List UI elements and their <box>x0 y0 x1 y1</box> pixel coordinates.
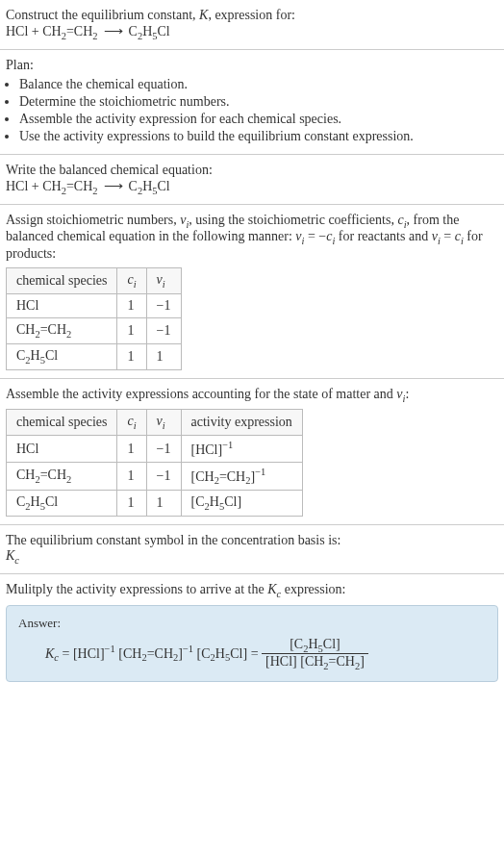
th-ci-i: i <box>134 279 137 290</box>
cell-activity: [CH2=CH2]−1 <box>181 462 302 490</box>
ans-e1: −1 <box>105 644 115 654</box>
assign-section: Assign stoichiometric numbers, νi, using… <box>0 205 504 379</box>
fn-c: C <box>294 637 303 651</box>
plan-item: Use the activity expressions to build th… <box>19 129 498 144</box>
header-section: Construct the equilibrium constant, K, e… <box>0 0 504 50</box>
cell-species: C2H5Cl <box>7 491 117 517</box>
ans-eq2: = <box>247 645 262 660</box>
ans-s2: 2 <box>173 652 178 663</box>
assign-t4: for reactants and <box>335 229 431 243</box>
sp-ch: CH <box>16 322 35 337</box>
sp-c: C <box>16 348 25 363</box>
eq-rhs-h: H <box>142 179 152 193</box>
table-row: HCl 1 −1 <box>7 293 182 317</box>
th-nui-i: i <box>163 279 165 290</box>
ans-rc: C <box>201 645 210 660</box>
s-cl: Cl <box>45 494 58 509</box>
table-row: CH2=CH2 1 −1 [CH2=CH2]−1 <box>7 462 303 490</box>
frac-den: [HCl] [CH2=CH2] <box>262 654 368 671</box>
act-h-prefix: Assemble the activity expressions accoun… <box>6 387 396 401</box>
stoich-table: chemical species ci νi HCl 1 −1 CH2=CH2 … <box>6 267 182 369</box>
eq-hcl: HCl <box>6 24 28 38</box>
th-species: chemical species <box>7 268 117 294</box>
s-ch: CH <box>16 467 35 482</box>
plan-item: Assemble the activity expression for eac… <box>19 112 498 127</box>
ans-e2: −1 <box>183 644 193 654</box>
table-row: CH2=CH2 1 −1 <box>7 317 182 343</box>
cell-ci: 1 <box>117 293 146 317</box>
balanced-section: Write the balanced chemical equation: HC… <box>0 155 504 205</box>
eq-ch2a: CH <box>42 24 61 38</box>
ae-s2: 2 <box>245 475 250 486</box>
fd-mid: =CH <box>329 654 355 669</box>
multiply-heading: Mulitply the activity expressions to arr… <box>6 582 498 599</box>
th-nui: νi <box>146 410 181 436</box>
assign-t2: , using the stoichiometric coefficients, <box>189 213 397 227</box>
activity-section: Assemble the activity expressions accoun… <box>0 379 504 526</box>
cell-species: CH2=CH2 <box>7 462 117 490</box>
table-row: C2H5Cl 1 1 <box>7 343 182 369</box>
cell-activity: [C2H5Cl] <box>181 491 302 517</box>
assign-eqp: = <box>441 229 455 243</box>
plan-heading: Plan: <box>6 58 498 73</box>
cell-species: CH2=CH2 <box>7 317 117 343</box>
table-row: C2H5Cl 1 1 [C2H5Cl] <box>7 491 303 517</box>
kc-c: c <box>14 555 19 566</box>
ae-hcl: HCl <box>195 442 217 457</box>
th-ci: ci <box>117 268 146 294</box>
eq-rhs-h: H <box>142 24 152 38</box>
th-activity: activity expression <box>181 410 302 436</box>
sp-s2: 2 <box>66 329 71 340</box>
kc-k: K <box>6 548 14 563</box>
ae-cl: Cl <box>224 494 237 509</box>
cell-activity: [HCl]−1 <box>181 436 302 463</box>
sp-h: H <box>31 348 40 363</box>
cell-nui: −1 <box>146 293 181 317</box>
ae-c: C <box>195 494 204 509</box>
table-header-row: chemical species ci νi <box>7 268 182 294</box>
ae-ch: CH <box>195 468 214 483</box>
cell-ci: 1 <box>117 436 146 463</box>
fraction: [C2H5Cl] [HCl] [CH2=CH2] <box>262 637 368 672</box>
kc-symbol: Kc <box>6 548 498 566</box>
fd-ch: CH <box>305 654 323 669</box>
answer-section: Mulitply the activity expressions to arr… <box>0 574 504 690</box>
frac-num: [C2H5Cl] <box>262 637 368 655</box>
plan-item: Balance the chemical equation. <box>19 77 498 92</box>
cell-nui: −1 <box>146 436 181 463</box>
sp-cl: Cl <box>45 348 58 363</box>
cell-ci: 1 <box>117 462 146 490</box>
cell-ci: 1 <box>117 491 146 517</box>
cell-ci: 1 <box>117 317 146 343</box>
fd-hcl: HCl <box>270 654 292 669</box>
header-equation: HCl + CH2=CH2⟶C2H5Cl <box>6 23 498 41</box>
plan-item: Determine the stoichiometric numbers. <box>19 94 498 110</box>
fn-h: H <box>308 637 317 651</box>
title-suffix: , expression for: <box>208 8 295 22</box>
eq-arrow: ⟶ <box>98 24 129 38</box>
title-var: K <box>199 8 208 22</box>
balanced-equation: HCl + CH2=CH2⟶C2H5Cl <box>6 178 498 196</box>
ae-exp: −1 <box>222 440 233 450</box>
eq-sub2: 2 <box>92 186 97 196</box>
ae-mid: =CH <box>219 468 245 483</box>
s-c: C <box>16 494 25 509</box>
ans-k: K <box>45 645 54 660</box>
plan-list: Balance the chemical equation. Determine… <box>6 77 498 144</box>
plan-section: Plan: Balance the chemical equation. Det… <box>0 50 504 155</box>
cell-nui: 1 <box>146 491 181 517</box>
cell-nui: 1 <box>146 343 181 369</box>
activity-heading: Assemble the activity expressions accoun… <box>6 387 498 404</box>
act-h-suffix: : <box>405 387 409 401</box>
answer-box: Answer: Kc = [HCl]−1 [CH2=CH2]−1 [C2H5Cl… <box>6 605 498 683</box>
kc-symbol-section: The equilibrium constant symbol in the c… <box>0 525 504 574</box>
activity-table: chemical species ci νi activity expressi… <box>6 409 303 517</box>
ans-hcl: HCl <box>78 645 100 660</box>
cell-nui: −1 <box>146 317 181 343</box>
cell-species: C2H5Cl <box>7 343 117 369</box>
cell-ci: 1 <box>117 343 146 369</box>
ans-eq1: = <box>59 645 73 660</box>
eq-arrow: ⟶ <box>98 179 129 193</box>
balanced-heading: Write the balanced chemical equation: <box>6 163 498 178</box>
ans-rcl: Cl <box>230 645 242 660</box>
